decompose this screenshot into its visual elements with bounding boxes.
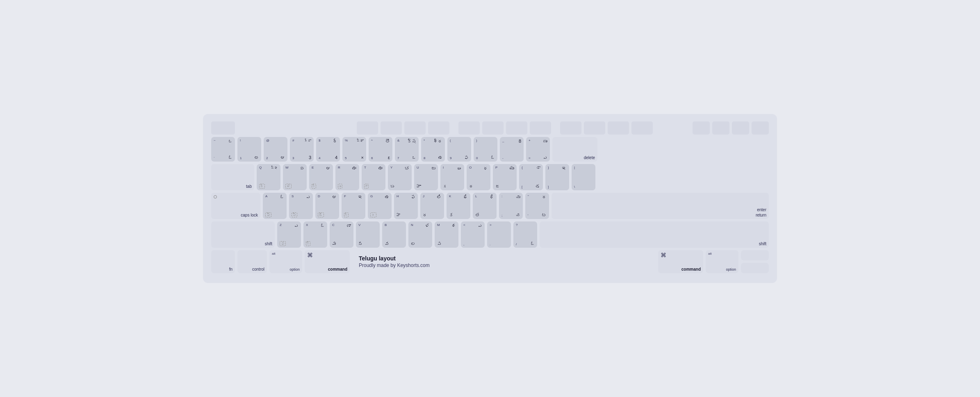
key-v[interactable]: V న <box>356 221 380 248</box>
key-extra-bottom[interactable] <box>741 263 769 273</box>
shift-left-label: shift <box>265 242 272 246</box>
key-fn[interactable]: fn <box>211 250 235 273</box>
key-command-right[interactable]: ⌘ command <box>658 250 703 273</box>
key-z[interactable]: Z ఎ ఫ <box>277 221 301 248</box>
key-equals[interactable]: + ణు = ఎ <box>526 137 550 162</box>
fn-key-f8[interactable] <box>530 121 551 135</box>
fn-key-esc[interactable] <box>211 121 235 135</box>
key-n[interactable]: N ళ ల <box>408 221 432 248</box>
key-caps-lock[interactable]: caps lock <box>211 193 260 219</box>
fn-key-f2[interactable] <box>381 121 402 135</box>
option-label-right: option <box>726 267 736 272</box>
key-f[interactable]: F ఇ ి <box>342 193 365 219</box>
key-6[interactable]: ^ తొ 6 ε <box>369 137 392 162</box>
key-bracket-open[interactable]: { ఢా [ డ <box>519 164 543 190</box>
q-row: tab Q జ్ఞ ర్ W ఐ ళ E <box>211 164 769 190</box>
layout-subtitle: Proudly made by Keyshorts.com <box>359 262 649 268</box>
key-x[interactable]: X ఓ ో <box>303 221 327 248</box>
key-y[interactable]: Y భ బ <box>388 164 412 190</box>
key-shift-left[interactable]: shift <box>211 221 275 248</box>
key-1[interactable]: ! 1 అ <box>237 137 261 162</box>
fn-key-vdown[interactable] <box>732 121 749 135</box>
fn-key-f11[interactable] <box>608 121 629 135</box>
key-p[interactable]: P యు జ <box>493 164 517 190</box>
layout-title: Telugu layout <box>359 255 649 262</box>
key-enter[interactable]: enter return <box>552 193 769 219</box>
key-l[interactable]: L థి త <box>473 193 497 219</box>
key-shift-right[interactable]: shift <box>540 221 769 248</box>
number-row: ~ ఒ ` ఓ ! 1 అ @ 2 <box>211 137 769 162</box>
key-9[interactable]: ( 9 ఫ <box>447 137 471 162</box>
fn-key-f7[interactable] <box>506 121 527 135</box>
key-backtick[interactable]: ~ ఒ ` ఓ <box>211 137 235 162</box>
key-alt-option-left[interactable]: alt option <box>269 250 302 273</box>
key-slash[interactable]: ? / ఓ <box>513 221 537 248</box>
key-4[interactable]: $ ర్ 4 4 <box>316 137 340 162</box>
key-w[interactable]: W ఐ ళ <box>283 164 307 190</box>
key-comma[interactable]: < ఎ , <box>461 221 485 248</box>
key-t[interactable]: T ఊ ా <box>362 164 385 190</box>
key-3[interactable]: # గ్రా 3 3 <box>290 137 314 162</box>
key-5[interactable]: % జ్ఞా 5 × <box>342 137 366 162</box>
fn-key-f3[interactable] <box>404 121 426 135</box>
key-j[interactable]: J లి ర <box>420 193 444 219</box>
fn-key-vup[interactable] <box>752 121 769 135</box>
tab-label: tab <box>246 184 252 189</box>
enter-label: enter <box>757 208 766 212</box>
key-command-left[interactable]: ⌘ command <box>305 250 350 273</box>
key-quote[interactable]: " ర ' ట <box>525 193 549 219</box>
command-label-right: command <box>681 267 701 272</box>
key-8[interactable]: * శ్ర 8 ఉ <box>421 137 445 162</box>
key-h[interactable]: H ఫ హ <box>394 193 418 219</box>
key-minus[interactable]: _ 8 - <box>500 137 524 162</box>
fn-key-f9[interactable] <box>560 121 581 135</box>
alt-label-left: alt <box>272 252 275 256</box>
key-a[interactable]: A ఓ ఫ్ <box>263 193 287 219</box>
bottom-row: fn control alt option ⌘ command Telugu l… <box>211 250 769 273</box>
key-q[interactable]: Q జ్ఞ ర్ <box>257 164 280 190</box>
keyboard: ~ ఒ ` ఓ ! 1 అ @ 2 <box>203 114 777 283</box>
key-extra-top[interactable] <box>741 250 769 260</box>
fn-key-f5[interactable] <box>458 121 480 135</box>
key-i[interactable]: I ఘ గ <box>440 164 464 190</box>
key-backslash[interactable]: | \ <box>572 164 595 190</box>
keyboard-info: Telugu layout Proudly made by Keyshorts.… <box>352 250 656 273</box>
key-k[interactable]: K ఖి క <box>447 193 470 219</box>
key-control[interactable]: control <box>237 250 267 273</box>
key-r[interactable]: R ఊ ృ <box>335 164 359 190</box>
key-alt-option-right[interactable]: alt option <box>706 250 738 273</box>
fn-key-f4[interactable] <box>428 121 449 135</box>
return-label: return <box>756 213 766 217</box>
fn-key-f1[interactable] <box>357 121 378 135</box>
fn-key-mute[interactable] <box>712 121 729 135</box>
shift-right-label: shift <box>759 242 766 246</box>
control-label: control <box>252 267 264 272</box>
z-row: shift Z ఎ ఫ X ఓ ో C ణా <box>211 221 769 248</box>
caps-lock-label: caps lock <box>241 213 258 217</box>
key-g[interactable]: G ఉ గ <box>368 193 392 219</box>
fn-key-power[interactable] <box>693 121 710 135</box>
key-c[interactable]: C ణా మ <box>330 221 353 248</box>
fn-label: fn <box>229 267 232 272</box>
key-semicolon[interactable]: : చు ; చ <box>499 193 523 219</box>
key-b[interactable]: B వ <box>382 221 406 248</box>
key-0[interactable]: ) 0 ఓ <box>474 137 497 162</box>
cmd-symbol-left: ⌘ <box>307 252 313 258</box>
key-d[interactable]: D ఆ డ్ <box>315 193 339 219</box>
key-s[interactable]: S ఎ స్ <box>289 193 313 219</box>
key-bracket-close[interactable]: } ఇ ] <box>545 164 569 190</box>
fn-key-f6[interactable] <box>482 121 504 135</box>
key-tab[interactable]: tab <box>211 164 254 190</box>
command-label-left: command <box>328 267 347 272</box>
key-delete[interactable]: delete <box>552 137 597 162</box>
key-7[interactable]: & క్ష 7 ఒ <box>395 137 419 162</box>
key-m[interactable]: M శ స <box>435 221 458 248</box>
key-u[interactable]: U జు హా <box>414 164 438 190</box>
key-o[interactable]: O ధ ద <box>467 164 490 190</box>
a-row: caps lock A ఓ ఫ్ S ఎ స్ D ఆ <box>211 193 769 219</box>
fn-key-f12[interactable] <box>631 121 653 135</box>
key-e[interactable]: E ఆ ే <box>309 164 333 190</box>
key-period[interactable]: > . <box>487 221 511 248</box>
fn-key-f10[interactable] <box>584 121 605 135</box>
key-2[interactable]: @ 2 ఆ <box>264 137 287 162</box>
